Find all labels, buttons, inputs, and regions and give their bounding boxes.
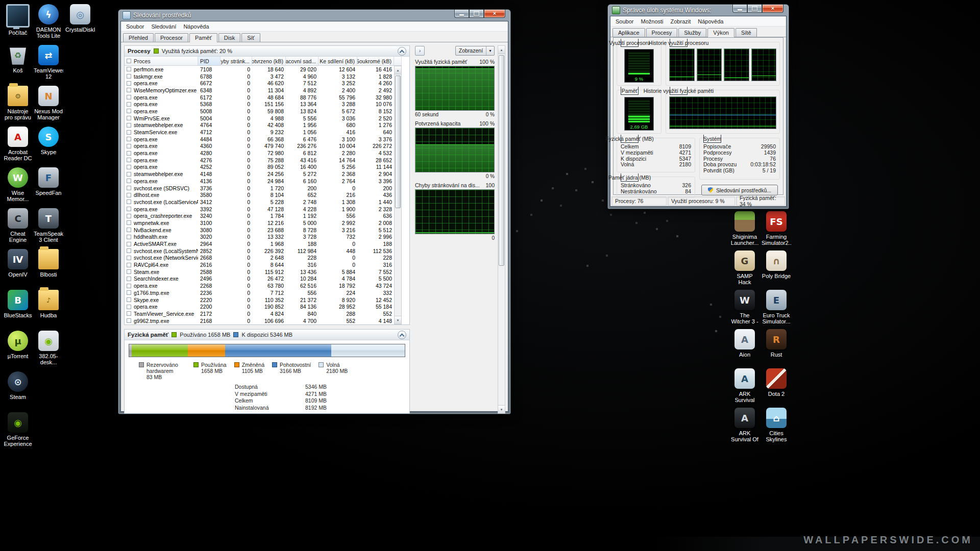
column-header-ke-sd-len-kb[interactable]: Ke sdílení (kB)	[318, 57, 357, 65]
taskmgr-tab-slu-by[interactable]: Služby	[678, 28, 706, 37]
processes-section-header[interactable]: Procesy Využitá fyzická paměť: 20 %	[125, 46, 409, 57]
process-checkbox[interactable]	[127, 220, 131, 225]
process-checkbox[interactable]	[127, 144, 131, 148]
process-row[interactable]: Steam.exe25880115 91213 4365 8847 552	[125, 268, 394, 276]
process-row[interactable]: opera.exe53680151 15613 3643 28810 076	[125, 101, 394, 108]
maximize-button[interactable]	[747, 5, 762, 13]
collapse-panel-button[interactable]: ›	[415, 46, 425, 56]
desktop-icon-crystaldiskinfo[interactable]: CrystalDiskI...	[65, 4, 95, 33]
process-row[interactable]: opera.exe43600479 740236 27610 004226 27…	[125, 143, 394, 150]
collapse-section-chevron-icon[interactable]	[398, 47, 406, 56]
taskmgr-tab-s-t[interactable]: Sítě	[736, 28, 757, 37]
resmon-tab-procesor[interactable]: Procesor	[155, 33, 188, 42]
process-checkbox[interactable]	[127, 158, 131, 162]
process-checkbox[interactable]	[127, 318, 131, 323]
process-checkbox[interactable]	[127, 311, 131, 316]
column-header-potvrzeno-kb[interactable]: Potvrzeno (kB)	[252, 57, 286, 65]
column-header-pracovn-sad[interactable]: Pracovní sad...	[286, 57, 318, 65]
desktop-icon-acrobat-reader[interactable]: Acrobat Reader DC	[3, 127, 33, 161]
process-checkbox[interactable]	[127, 207, 131, 211]
process-row[interactable]: opera.exe4252089 05216 4005 25611 144	[125, 164, 394, 171]
process-row[interactable]: WmiPrvSE.exe500404 9885 5563 0362 520	[125, 115, 394, 122]
process-row[interactable]: opera.exe3392047 1284 2281 9002 328	[125, 206, 394, 213]
process-row[interactable]: SearchIndexer.exe2496026 47210 2844 7845…	[125, 276, 394, 283]
process-checkbox[interactable]	[127, 116, 131, 120]
process-checkbox[interactable]	[127, 81, 131, 86]
process-checkbox[interactable]	[127, 74, 131, 79]
desktop-icon-admin-tools[interactable]: Nástroje pro správu	[3, 86, 33, 120]
process-row[interactable]: opera.exe5008059 80813 8245 6728 152	[125, 108, 394, 115]
process-row[interactable]: svchost.exe (LocalSystemNet...28520226 3…	[125, 247, 394, 255]
process-checkbox[interactable]	[127, 248, 131, 253]
process-checkbox[interactable]	[127, 130, 131, 135]
taskmgr-tab-v-kon[interactable]: Výkon	[707, 28, 734, 37]
process-row[interactable]: perfmon.exe7108018 64029 02012 60416 416	[125, 66, 394, 73]
process-row[interactable]: g9962.tmp.exe21680106 6964 7005524 148	[125, 317, 394, 324]
process-checkbox[interactable]	[127, 305, 131, 309]
resmon-tab-s[interactable]: Síť	[241, 33, 260, 42]
process-row[interactable]: opera.exe2268063 78062 51618 79243 724	[125, 282, 394, 289]
desktop-icon-teamspeak[interactable]: TeamSpeak 3 Client	[34, 208, 63, 243]
process-row[interactable]: RAVCpl64.exe261608 6443160316	[125, 261, 394, 268]
process-checkbox[interactable]	[127, 67, 131, 71]
process-checkbox[interactable]	[127, 179, 131, 183]
desktop-icon-utorrent[interactable]: µTorrent	[3, 331, 33, 359]
desktop-icon-wise-memory[interactable]: Wise Memor...	[3, 167, 33, 202]
process-checkbox[interactable]	[127, 137, 131, 141]
close-button[interactable]: ×	[762, 5, 783, 13]
process-checkbox[interactable]	[127, 123, 131, 128]
resmon-menu-soubor[interactable]: Soubor	[122, 22, 148, 31]
scroll-up-arrow-icon[interactable]: ▲	[395, 66, 401, 74]
desktop-icon-bluestacks[interactable]: BlueStacks	[3, 290, 33, 318]
column-header-soukrom-kb[interactable]: Soukromé (kB)	[357, 57, 394, 65]
desktop-icon-shiginima-launcher[interactable]: Shiginima Launcher...	[730, 211, 760, 246]
desktop-icon-openiv[interactable]: OpenIV	[3, 249, 33, 278]
window-scrollbar[interactable]: ▲▼	[498, 45, 505, 414]
process-checkbox[interactable]	[127, 242, 131, 246]
process-row[interactable]: opera.exe4136024 9846 1602 7643 396	[125, 178, 394, 185]
desktop-icon-the-witcher-3[interactable]: The Witcher 3 - Wild Hunt	[730, 290, 760, 325]
desktop-icon-nexus-mod-manager[interactable]: Nexus Mod Manager	[34, 86, 63, 120]
taskmgr-menu-n-pov-da[interactable]: Nápověda	[694, 17, 727, 26]
desktop-icon-samp-hack[interactable]: SAMP Hack	[730, 251, 760, 285]
process-checkbox[interactable]	[127, 284, 131, 288]
taskmgr-tab-aplikace[interactable]: Aplikace	[612, 28, 645, 37]
taskmgr-tab-procesy[interactable]: Procesy	[646, 28, 678, 37]
desktop-icon-skype[interactable]: Skype	[34, 127, 63, 155]
process-row[interactable]: opera.exe4276075 28843 41614 76428 652	[125, 157, 394, 164]
scrollbar-track[interactable]	[498, 54, 505, 405]
taskmgr-menu-zobrazit[interactable]: Zobrazit	[667, 17, 695, 26]
column-header-pid[interactable]: PID	[198, 57, 220, 65]
desktop-icon-cities-skylines[interactable]: Cities Skylines	[762, 408, 791, 442]
process-row[interactable]: g1766.tmp.exe223607 712556224332	[125, 289, 394, 296]
desktop-icon-dota2[interactable]: Dota 2	[762, 368, 791, 397]
process-checkbox[interactable]	[127, 193, 131, 197]
desktop-icon-aion[interactable]: Aion	[730, 329, 760, 358]
process-checkbox[interactable]	[127, 297, 131, 302]
minimize-button[interactable]	[454, 10, 469, 18]
desktop-icon-geforce-experience[interactable]: GeForce Experience	[3, 412, 33, 447]
resmon-menu-sledov-n[interactable]: Sledování	[148, 22, 180, 31]
scrollbar-thumb[interactable]	[499, 55, 504, 266]
process-row[interactable]: svchost.exe (NetworkService...266802 648…	[125, 255, 394, 262]
process-row[interactable]: taskmgr.exe678803 4724 9603 1321 828	[125, 73, 394, 80]
desktop-icon-daemon-tools[interactable]: DAEMON Tools Lite	[34, 4, 63, 39]
close-button[interactable]: ×	[484, 10, 505, 18]
scrollbar-thumb[interactable]	[395, 76, 401, 208]
desktop-icon-steam[interactable]: Steam	[3, 371, 33, 400]
process-checkbox[interactable]	[127, 102, 131, 107]
desktop-icon-folder-hudba[interactable]: Hudba	[34, 290, 63, 318]
process-table-scrollbar[interactable]: ▲▼	[394, 66, 402, 324]
process-checkbox[interactable]	[127, 109, 131, 113]
resmon-titlebar[interactable]: Sledování prostředků	[120, 10, 508, 21]
process-row[interactable]: ActiveSMART.exe296401 9681880188	[125, 240, 394, 247]
process-checkbox[interactable]	[127, 290, 131, 295]
process-checkbox[interactable]	[127, 88, 131, 92]
process-row[interactable]: SteamService.exe471209 2321 056416640	[125, 129, 394, 136]
resmon-menu-n-pov-da[interactable]: Nápověda	[180, 22, 212, 31]
process-row[interactable]: opera_crashreporter.exe324001 7841 19255…	[125, 212, 394, 219]
process-checkbox[interactable]	[127, 165, 131, 169]
process-row[interactable]: steamwebhelper.exe4764042 4081 9566801 2…	[125, 122, 394, 129]
taskmgr-menu-mo-nosti[interactable]: Možnosti	[637, 17, 667, 26]
collapse-section-chevron-icon[interactable]	[398, 331, 406, 339]
